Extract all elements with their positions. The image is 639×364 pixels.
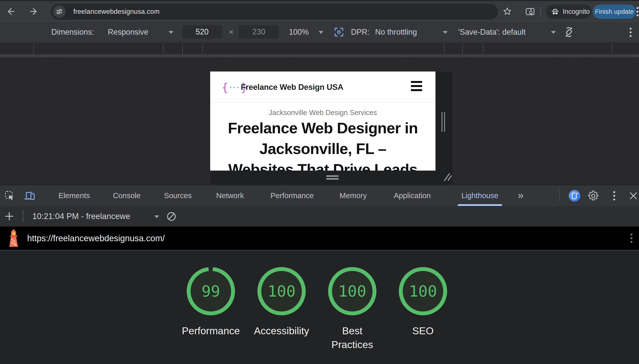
report-menu-icon[interactable] — [630, 232, 633, 244]
devtools-tab-bar: ElementsConsoleSourcesNetworkPerformance… — [0, 185, 639, 206]
site-name[interactable]: Freelance Web Design USA — [241, 72, 343, 103]
screen: freelancewebdesignusa.com Incognito Fini… — [0, 0, 639, 364]
viewport-width-input[interactable]: 520 — [182, 25, 222, 38]
finish-update-label: Finish update — [595, 8, 634, 15]
score-gauge-best-practices[interactable]: 100 Best Practices — [315, 267, 389, 352]
ai-assistant-icon[interactable] — [568, 190, 581, 202]
tab-bar-divider — [559, 190, 560, 202]
viewport-height-input[interactable]: 230 — [239, 25, 279, 38]
score-value: 100 — [257, 267, 306, 315]
resize-handle-horizontal[interactable] — [326, 175, 339, 177]
viewport-resize-gutter-right[interactable] — [436, 72, 452, 170]
report-select-caret-icon — [154, 216, 159, 218]
ruler-marker — [444, 43, 445, 54]
resize-handle-horizontal[interactable] — [326, 178, 339, 180]
tab-performance[interactable]: Performance — [270, 185, 314, 206]
ruler-marker — [182, 43, 183, 54]
site-settings-icon[interactable] — [53, 6, 66, 18]
report-url-bar: https://freelancewebdesignusa.com/ — [0, 226, 639, 250]
tab-elements[interactable]: Elements — [59, 185, 90, 206]
auto-fit-icon[interactable] — [334, 27, 344, 37]
score-label: Best Practices — [331, 324, 373, 352]
inspect-element-icon[interactable] — [4, 190, 15, 201]
tab-sources[interactable]: Sources — [164, 185, 192, 206]
incognito-label: Incognito — [563, 8, 590, 16]
tab-lighthouse[interactable]: Lighthouse — [461, 185, 498, 206]
resize-handle-corner[interactable] — [444, 173, 450, 181]
clear-reports-icon[interactable] — [166, 212, 176, 222]
more-tabs-button[interactable]: » — [518, 185, 524, 206]
device-mode-toolbar: Dimensions: Responsive 520 × 230 100% DP… — [0, 21, 639, 43]
ruler-marker — [462, 43, 463, 54]
tab-memory[interactable]: Memory — [340, 185, 367, 206]
incognito-badge: Incognito — [546, 4, 591, 19]
viewport-resize-gutter-bottom[interactable] — [210, 170, 452, 184]
dimensions-times: × — [229, 22, 233, 43]
tab-network[interactable]: Network — [216, 185, 244, 206]
device-preset-select[interactable]: Responsive — [108, 22, 148, 43]
report-select[interactable]: 10:21:04 PM - freelancewe — [32, 206, 130, 226]
score-gauge-performance[interactable]: 99 Performance — [174, 267, 247, 338]
ruler-marker — [612, 43, 612, 54]
zoom-select[interactable]: 100% — [289, 22, 309, 43]
close-devtools-icon[interactable] — [629, 191, 638, 200]
device-viewport[interactable]: { ... } Freelance Web Design USA Jackson… — [210, 72, 436, 170]
rotate-viewport-icon[interactable] — [563, 26, 575, 38]
page-heading-line2: Jacksonville, FL – — [210, 140, 436, 158]
page-heading-line1: Freelance Web Designer in — [210, 119, 436, 137]
new-report-plus-icon[interactable] — [5, 212, 14, 221]
page-tagline: Jacksonville Web Design Services — [210, 108, 436, 117]
media-query-ruler — [0, 43, 639, 54]
ruler-marker — [202, 43, 203, 54]
save-data-select[interactable]: 'Save-Data': default — [458, 22, 526, 43]
url-text: freelancewebdesignusa.com — [73, 4, 160, 20]
browser-menu-icon[interactable] — [636, 6, 639, 17]
toggle-device-toolbar-icon[interactable] — [24, 190, 36, 201]
browser-toolbar: freelancewebdesignusa.com Incognito Fini… — [0, 0, 639, 21]
address-bar[interactable]: freelancewebdesignusa.com — [51, 4, 498, 20]
lighthouse-toolbar: 10:21:04 PM - freelancewe — [0, 206, 639, 226]
page-heading-line3: Websites That Drive Leads — [210, 161, 436, 170]
score-label: Accessibility — [254, 324, 309, 338]
ruler-marker — [34, 43, 34, 54]
logo-open-brace: { — [221, 81, 228, 94]
back-icon[interactable] — [5, 6, 16, 17]
settings-gear-icon[interactable] — [588, 190, 599, 201]
page-header: { ... } Freelance Web Design USA — [210, 72, 436, 103]
bookmark-star-icon[interactable] — [502, 7, 512, 16]
tab-application[interactable]: Application — [394, 185, 431, 206]
resize-handle-vertical[interactable] — [442, 112, 442, 132]
devtools-menu-icon[interactable] — [613, 190, 616, 201]
score-gauge-accessibility[interactable]: 100 Accessibility — [245, 267, 318, 338]
score-value: 99 — [187, 267, 235, 315]
report-url: https://freelancewebdesignusa.com/ — [27, 226, 165, 250]
incognito-icon — [551, 7, 560, 16]
zoom-caret-icon — [319, 31, 324, 34]
ruler-marker — [483, 43, 483, 54]
score-value: 100 — [328, 267, 376, 315]
throttling-caret-icon — [443, 31, 448, 34]
finish-update-button[interactable]: Finish update — [593, 4, 636, 19]
lighthouse-report: 99 Performance 100 Accessibility 100 Bes… — [0, 250, 639, 364]
forward-icon[interactable] — [29, 6, 40, 17]
device-mode-canvas: { ... } Freelance Web Design USA Jackson… — [0, 57, 639, 185]
tab-bar-divider — [44, 190, 45, 202]
score-label: Performance — [182, 324, 240, 338]
toolbar-divider — [540, 7, 541, 16]
dpr-label: DPR: — [351, 22, 370, 43]
preset-caret-icon — [169, 31, 173, 34]
dimensions-label: Dimensions: — [51, 22, 94, 43]
score-value: 100 — [399, 267, 447, 315]
tab-console[interactable]: Console — [113, 185, 141, 206]
horizontal-ruler — [0, 54, 639, 57]
toolbar-divider — [23, 210, 24, 222]
side-panel-search-icon[interactable] — [525, 7, 535, 16]
save-data-caret-icon — [551, 31, 556, 34]
throttling-select[interactable]: No throttling — [375, 22, 417, 43]
resize-handle-vertical[interactable] — [444, 112, 445, 132]
logo-dots: ... — [229, 81, 240, 90]
device-toolbar-menu-icon[interactable] — [629, 27, 632, 38]
score-label: SEO — [412, 324, 434, 338]
score-gauge-seo[interactable]: 100 SEO — [386, 267, 460, 338]
hamburger-menu-icon[interactable] — [411, 81, 422, 91]
